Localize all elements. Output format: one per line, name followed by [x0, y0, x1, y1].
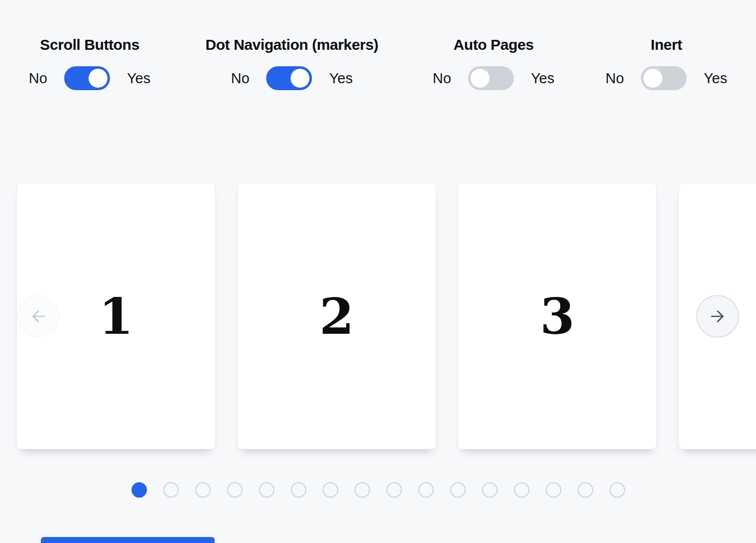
dot-marker[interactable] [514, 482, 529, 498]
control-row: No Yes [606, 66, 727, 90]
toggle-knob [291, 69, 310, 88]
no-label: No [606, 66, 624, 90]
dot-marker[interactable] [482, 482, 498, 498]
control-title: Auto Pages [453, 36, 533, 54]
control-title: Dot Navigation (markers) [205, 36, 378, 54]
auto-pages-toggle[interactable] [468, 66, 514, 90]
arrow-left-icon [29, 307, 47, 325]
no-label: No [433, 66, 451, 90]
dot-marker[interactable] [195, 482, 211, 498]
dot-marker[interactable] [418, 482, 434, 498]
dot-marker[interactable] [163, 482, 179, 498]
carousel-next-button[interactable] [696, 295, 739, 338]
slide-number: 1 [99, 291, 133, 341]
slide-number: 2 [319, 291, 354, 341]
yes-label: Yes [531, 66, 554, 90]
toggle-knob [643, 69, 662, 88]
control-inert: Inert No Yes [606, 36, 727, 90]
toggle-knob [89, 69, 108, 88]
control-title: Scroll Buttons [40, 36, 139, 54]
dot-navigation [131, 482, 625, 498]
control-scroll-buttons: Scroll Buttons No Yes [29, 36, 150, 90]
dot-marker[interactable] [610, 482, 625, 498]
control-auto-pages: Auto Pages No Yes [433, 36, 554, 90]
no-label: No [29, 66, 47, 90]
toggle-knob [471, 69, 490, 88]
dot-marker[interactable] [323, 482, 338, 498]
dot-marker[interactable] [291, 482, 306, 498]
control-title: Inert [650, 36, 682, 54]
scroll-buttons-toggle[interactable] [64, 66, 110, 90]
carousel-slide-2: 2 [237, 183, 436, 449]
dot-marker[interactable] [131, 482, 147, 498]
yes-label: Yes [127, 66, 150, 90]
no-label: No [231, 66, 250, 90]
dot-marker[interactable] [259, 482, 274, 498]
control-row: No Yes [433, 66, 554, 90]
carousel-slide-3: 3 [458, 183, 657, 449]
control-row: No Yes [29, 66, 150, 90]
dot-marker[interactable] [386, 482, 402, 498]
dot-marker[interactable] [227, 482, 243, 498]
arrow-right-icon [709, 307, 727, 325]
clipped-bottom-element [41, 537, 215, 543]
dot-navigation-toggle[interactable] [266, 66, 312, 90]
control-row: No Yes [231, 66, 353, 90]
yes-label: Yes [329, 66, 353, 90]
dot-marker[interactable] [546, 482, 561, 498]
inert-toggle[interactable] [641, 66, 687, 90]
carousel-demo-page: Scroll Buttons No Yes Dot Navigation (ma… [0, 0, 756, 543]
carousel-prev-button[interactable] [17, 295, 59, 337]
control-dot-navigation: Dot Navigation (markers) No Yes [205, 36, 378, 90]
dot-marker[interactable] [450, 482, 466, 498]
dot-marker[interactable] [578, 482, 593, 498]
yes-label: Yes [704, 66, 727, 90]
dot-marker[interactable] [355, 482, 370, 498]
slide-number: 3 [540, 291, 575, 341]
